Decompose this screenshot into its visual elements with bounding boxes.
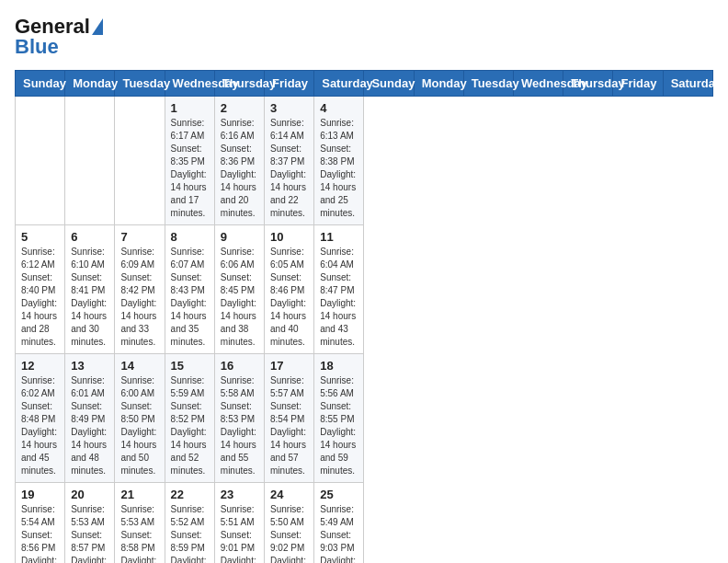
calendar-cell: 25Sunrise: 5:49 AM Sunset: 9:03 PM Dayli… [314,483,364,564]
cell-content: Sunrise: 5:53 AM Sunset: 8:57 PM Dayligh… [71,503,108,563]
calendar-cell: 11Sunrise: 6:04 AM Sunset: 8:47 PM Dayli… [314,225,364,354]
calendar-cell [16,97,65,225]
day-number: 10 [270,230,308,244]
cell-content: Sunrise: 6:09 AM Sunset: 8:42 PM Dayligh… [120,246,158,349]
day-number: 23 [221,488,258,501]
day-number: 25 [320,488,358,501]
day-number: 12 [21,359,59,373]
day-number: 1 [171,101,209,115]
calendar-cell [115,97,165,225]
day-number: 19 [21,488,59,501]
day-number: 2 [221,101,258,115]
header-wednesday: Wednesday [165,71,214,97]
cell-content: Sunrise: 5:57 AM Sunset: 8:54 PM Dayligh… [270,374,308,477]
day-number: 16 [221,359,258,373]
calendar-week-row: 12Sunrise: 6:02 AM Sunset: 8:48 PM Dayli… [16,354,713,483]
calendar-cell: 21Sunrise: 5:53 AM Sunset: 8:58 PM Dayli… [115,483,165,564]
calendar-cell: 7Sunrise: 6:09 AM Sunset: 8:42 PM Daylig… [115,225,165,354]
cell-content: Sunrise: 6:14 AM Sunset: 8:37 PM Dayligh… [270,117,308,220]
header-friday: Friday [265,71,314,97]
cell-content: Sunrise: 6:12 AM Sunset: 8:40 PM Dayligh… [21,246,59,349]
calendar-cell: 24Sunrise: 5:50 AM Sunset: 9:02 PM Dayli… [265,483,314,564]
day-number: 18 [320,359,358,373]
calendar-cell: 2Sunrise: 6:16 AM Sunset: 8:36 PM Daylig… [214,97,264,225]
header-wednesday: Wednesday [514,71,563,97]
calendar-cell: 23Sunrise: 5:51 AM Sunset: 9:01 PM Dayli… [214,483,264,564]
calendar-cell: 6Sunrise: 6:10 AM Sunset: 8:41 PM Daylig… [65,225,115,354]
cell-content: Sunrise: 5:51 AM Sunset: 9:01 PM Dayligh… [221,503,258,563]
cell-content: Sunrise: 5:52 AM Sunset: 8:59 PM Dayligh… [171,503,209,563]
cell-content: Sunrise: 6:04 AM Sunset: 8:47 PM Dayligh… [320,246,358,349]
day-number: 22 [171,488,209,501]
day-number: 5 [21,230,59,244]
calendar-cell: 4Sunrise: 6:13 AM Sunset: 8:38 PM Daylig… [314,97,364,225]
day-number: 17 [270,359,308,373]
header-tuesday: Tuesday [115,71,165,97]
day-number: 14 [120,359,158,373]
header-friday: Friday [613,71,663,97]
calendar-week-row: 5Sunrise: 6:12 AM Sunset: 8:40 PM Daylig… [16,225,713,354]
cell-content: Sunrise: 6:06 AM Sunset: 8:45 PM Dayligh… [221,246,258,349]
cell-content: Sunrise: 5:54 AM Sunset: 8:56 PM Dayligh… [21,503,59,563]
calendar-week-row: 19Sunrise: 5:54 AM Sunset: 8:56 PM Dayli… [16,483,713,564]
cell-content: Sunrise: 6:00 AM Sunset: 8:50 PM Dayligh… [120,374,158,477]
header-sunday: Sunday [364,71,414,97]
cell-content: Sunrise: 5:50 AM Sunset: 9:02 PM Dayligh… [270,503,308,563]
day-number: 4 [320,101,358,115]
header-monday: Monday [65,71,115,97]
cell-content: Sunrise: 5:59 AM Sunset: 8:52 PM Dayligh… [171,374,209,477]
logo: General Blue [15,15,103,59]
logo-arrow-icon [92,18,103,35]
calendar-cell [65,97,115,225]
day-number: 11 [320,230,358,244]
cell-content: Sunrise: 5:53 AM Sunset: 8:58 PM Dayligh… [120,503,158,563]
header-monday: Monday [414,71,463,97]
cell-content: Sunrise: 5:56 AM Sunset: 8:55 PM Dayligh… [320,374,358,477]
calendar-cell: 13Sunrise: 6:01 AM Sunset: 8:49 PM Dayli… [65,354,115,483]
cell-content: Sunrise: 6:01 AM Sunset: 8:49 PM Dayligh… [71,374,108,477]
calendar-cell: 14Sunrise: 6:00 AM Sunset: 8:50 PM Dayli… [115,354,165,483]
calendar-cell: 15Sunrise: 5:59 AM Sunset: 8:52 PM Dayli… [165,354,214,483]
calendar-cell: 16Sunrise: 5:58 AM Sunset: 8:53 PM Dayli… [214,354,264,483]
calendar-cell: 10Sunrise: 6:05 AM Sunset: 8:46 PM Dayli… [265,225,314,354]
day-number: 20 [71,488,108,501]
calendar-cell: 5Sunrise: 6:12 AM Sunset: 8:40 PM Daylig… [16,225,65,354]
calendar-cell: 1Sunrise: 6:17 AM Sunset: 8:35 PM Daylig… [165,97,214,225]
logo-text-blue: Blue [15,35,59,59]
cell-content: Sunrise: 6:05 AM Sunset: 8:46 PM Dayligh… [270,246,308,349]
cell-content: Sunrise: 6:07 AM Sunset: 8:43 PM Dayligh… [171,246,209,349]
calendar-week-row: 1Sunrise: 6:17 AM Sunset: 8:35 PM Daylig… [16,97,713,225]
calendar-table: SundayMondayTuesdayWednesdayThursdayFrid… [15,70,713,563]
cell-content: Sunrise: 5:58 AM Sunset: 8:53 PM Dayligh… [221,374,258,477]
header-sunday: Sunday [16,71,65,97]
cell-content: Sunrise: 6:02 AM Sunset: 8:48 PM Dayligh… [21,374,59,477]
header-saturday: Saturday [663,71,712,97]
calendar-cell: 3Sunrise: 6:14 AM Sunset: 8:37 PM Daylig… [265,97,314,225]
calendar-cell: 22Sunrise: 5:52 AM Sunset: 8:59 PM Dayli… [165,483,214,564]
cell-content: Sunrise: 6:16 AM Sunset: 8:36 PM Dayligh… [221,117,258,220]
cell-content: Sunrise: 6:13 AM Sunset: 8:38 PM Dayligh… [320,117,358,220]
day-number: 6 [71,230,108,244]
header-thursday: Thursday [563,71,613,97]
cell-content: Sunrise: 6:10 AM Sunset: 8:41 PM Dayligh… [71,246,108,349]
day-number: 21 [120,488,158,501]
calendar-header-row: SundayMondayTuesdayWednesdayThursdayFrid… [16,71,713,97]
header-tuesday: Tuesday [463,71,513,97]
cell-content: Sunrise: 6:17 AM Sunset: 8:35 PM Dayligh… [171,117,209,220]
page-header: General Blue [15,15,713,59]
calendar-cell: 17Sunrise: 5:57 AM Sunset: 8:54 PM Dayli… [265,354,314,483]
day-number: 24 [270,488,308,501]
day-number: 7 [120,230,158,244]
header-saturday: Saturday [314,71,364,97]
calendar-cell: 18Sunrise: 5:56 AM Sunset: 8:55 PM Dayli… [314,354,364,483]
day-number: 13 [71,359,108,373]
day-number: 15 [171,359,209,373]
calendar-cell: 19Sunrise: 5:54 AM Sunset: 8:56 PM Dayli… [16,483,65,564]
calendar-cell: 9Sunrise: 6:06 AM Sunset: 8:45 PM Daylig… [214,225,264,354]
calendar-cell: 20Sunrise: 5:53 AM Sunset: 8:57 PM Dayli… [65,483,115,564]
calendar-cell: 12Sunrise: 6:02 AM Sunset: 8:48 PM Dayli… [16,354,65,483]
day-number: 9 [221,230,258,244]
cell-content: Sunrise: 5:49 AM Sunset: 9:03 PM Dayligh… [320,503,358,563]
day-number: 8 [171,230,209,244]
day-number: 3 [270,101,308,115]
